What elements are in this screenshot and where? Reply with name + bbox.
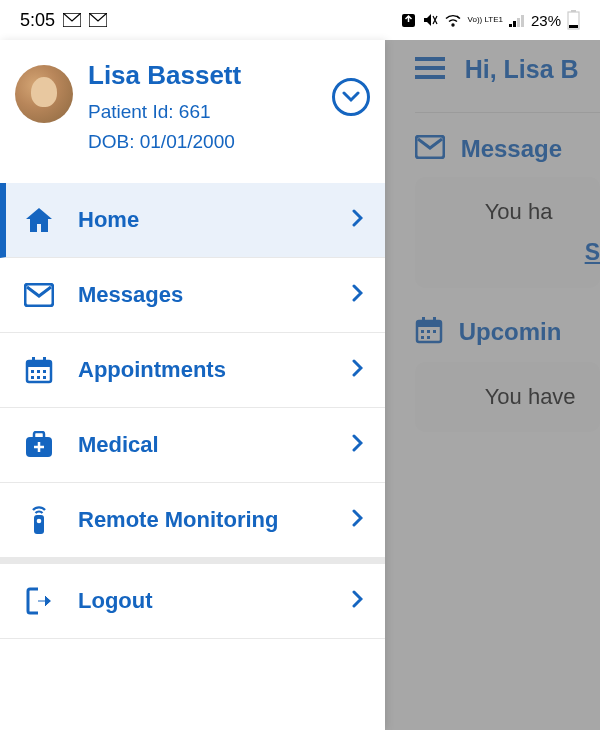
- svg-rect-2: [513, 21, 516, 27]
- scrim-overlay[interactable]: [385, 40, 600, 730]
- svg-rect-11: [32, 357, 35, 363]
- svg-rect-7: [569, 25, 578, 28]
- update-icon: [401, 13, 416, 28]
- svg-rect-18: [43, 376, 46, 379]
- status-time: 5:05: [20, 10, 55, 31]
- svg-rect-13: [31, 370, 34, 373]
- navigation-drawer: Lisa Bassett Patient Id: 661 DOB: 01/01/…: [0, 40, 385, 730]
- m-icon: [89, 13, 107, 27]
- status-left: 5:05: [20, 10, 107, 31]
- nav-item-remote-monitoring[interactable]: Remote Monitoring: [0, 483, 385, 558]
- wifi-icon: [444, 13, 462, 27]
- medical-bag-icon: [22, 428, 56, 462]
- home-icon: [22, 203, 56, 237]
- m-icon: [63, 13, 81, 27]
- calendar-icon: [22, 353, 56, 387]
- battery-icon: [567, 10, 580, 30]
- nav-list: Home Messages Appointments: [0, 183, 385, 558]
- chevron-right-icon: [352, 282, 363, 308]
- nav-label: Messages: [78, 282, 352, 308]
- svg-rect-12: [43, 357, 46, 363]
- profile-info: Lisa Bassett Patient Id: 661 DOB: 01/01/…: [88, 60, 317, 158]
- nav-label: Home: [78, 207, 352, 233]
- nav-label: Medical: [78, 432, 352, 458]
- chevron-right-icon: [352, 357, 363, 383]
- svg-rect-10: [27, 361, 51, 367]
- mute-icon: [422, 12, 438, 28]
- svg-rect-16: [31, 376, 34, 379]
- expand-profile-button[interactable]: [332, 78, 370, 116]
- dob-label: DOB: 01/01/2000: [88, 127, 317, 157]
- svg-rect-20: [34, 515, 44, 534]
- battery-pct: 23%: [531, 12, 561, 29]
- svg-rect-17: [37, 376, 40, 379]
- chevron-right-icon: [352, 507, 363, 533]
- nav-label: Appointments: [78, 357, 352, 383]
- chevron-right-icon: [352, 588, 363, 614]
- nav-label: Remote Monitoring: [78, 507, 352, 533]
- nav-item-messages[interactable]: Messages: [0, 258, 385, 333]
- svg-rect-1: [509, 24, 512, 27]
- chevron-right-icon: [352, 207, 363, 233]
- patient-id-label: Patient Id: 661: [88, 97, 317, 127]
- profile-header: Lisa Bassett Patient Id: 661 DOB: 01/01/…: [0, 40, 385, 183]
- status-right: Vo)) LTE1 23%: [401, 10, 580, 30]
- avatar[interactable]: [15, 65, 73, 123]
- nav-label: Logout: [78, 588, 352, 614]
- chevron-down-icon: [342, 91, 360, 103]
- nav-item-home[interactable]: Home: [0, 183, 385, 258]
- svg-rect-3: [517, 18, 520, 27]
- logout-icon: [22, 584, 56, 618]
- svg-point-21: [37, 518, 42, 523]
- svg-rect-14: [37, 370, 40, 373]
- profile-name: Lisa Bassett: [88, 60, 317, 91]
- nav-item-medical[interactable]: Medical: [0, 408, 385, 483]
- svg-rect-4: [521, 15, 524, 27]
- signal-icon: [509, 14, 525, 27]
- nav-item-appointments[interactable]: Appointments: [0, 333, 385, 408]
- envelope-icon: [22, 278, 56, 312]
- nav-item-logout[interactable]: Logout: [0, 564, 385, 639]
- svg-rect-15: [43, 370, 46, 373]
- lte-label: Vo)) LTE1: [468, 16, 503, 24]
- nav-list-secondary: Logout: [0, 564, 385, 639]
- chevron-right-icon: [352, 432, 363, 458]
- remote-icon: [22, 503, 56, 537]
- status-bar: 5:05 Vo)) LTE1 23%: [0, 0, 600, 40]
- main-panel: Hi, Lisa B Message You ha S Upcomin: [385, 40, 600, 730]
